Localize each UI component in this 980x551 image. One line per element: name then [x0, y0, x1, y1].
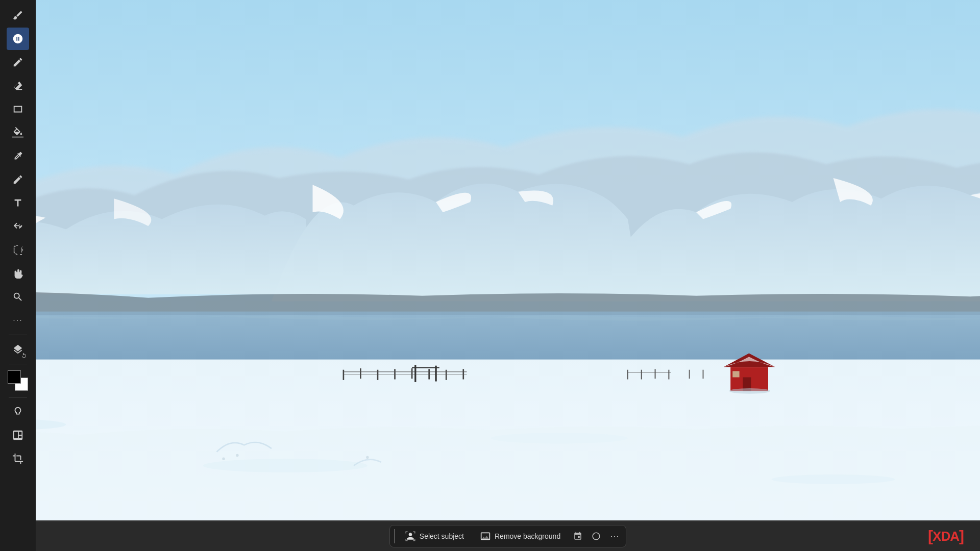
toolbar-separator-2	[9, 364, 27, 364]
rectangle-tool[interactable]	[7, 98, 29, 120]
color-swatches[interactable]	[7, 369, 29, 392]
circle-tool-btn[interactable]	[587, 527, 605, 545]
brush-icon	[12, 10, 23, 21]
text-icon	[12, 197, 23, 209]
app-layout: ···	[0, 0, 980, 551]
svg-point-31	[729, 388, 771, 394]
move-icon	[12, 221, 23, 232]
rectangle-icon	[12, 104, 23, 115]
clone-stamp-icon	[12, 33, 23, 44]
smudge-tool[interactable]	[7, 51, 29, 73]
circle-svg	[592, 532, 601, 541]
context-toolbar: Select subject Remove background	[389, 525, 626, 547]
select-subject-btn[interactable]: Select subject	[397, 528, 472, 544]
landscape-image	[36, 0, 980, 520]
remove-bg-svg	[480, 531, 491, 541]
svg-point-34	[366, 456, 369, 459]
hand-tool[interactable]	[7, 262, 29, 285]
zoom-tool[interactable]	[7, 286, 29, 308]
svg-point-33	[236, 454, 238, 457]
toolbar-separator-3	[9, 397, 27, 397]
xda-logo: [ XDA ]	[928, 528, 964, 545]
pen-icon	[12, 174, 23, 185]
xda-bracket-left: [	[928, 528, 933, 545]
lasso-tool[interactable]	[7, 400, 29, 423]
selection-icon	[12, 244, 23, 256]
text-tool[interactable]	[7, 192, 29, 214]
eyedropper-icon	[12, 151, 23, 162]
remove-background-label: Remove background	[495, 532, 560, 540]
foreground-color-swatch[interactable]	[8, 370, 21, 384]
move-tool[interactable]	[7, 215, 29, 238]
image-canvas[interactable]	[36, 0, 980, 520]
brush-tool[interactable]	[7, 4, 29, 27]
hand-icon	[12, 268, 23, 279]
pin-svg	[573, 532, 582, 541]
eyedropper-tool[interactable]	[7, 145, 29, 167]
pin-tool-btn[interactable]	[569, 527, 587, 545]
grid-icon	[12, 430, 23, 441]
select-subject-icon	[405, 531, 415, 541]
layers-btn[interactable]	[7, 338, 29, 361]
svg-rect-30	[732, 371, 739, 377]
smudge-icon	[12, 57, 23, 68]
select-subject-label: Select subject	[420, 532, 464, 540]
remove-bg-icon	[480, 531, 491, 541]
crop-icon	[12, 453, 23, 464]
more-tools-btn[interactable]: ···	[7, 309, 29, 332]
more-options-dots: ⋯	[610, 531, 620, 542]
remove-background-btn[interactable]: Remove background	[472, 528, 569, 544]
more-tools-dots: ···	[13, 316, 22, 325]
clone-stamp-tool[interactable]	[7, 28, 29, 50]
pen-tool[interactable]	[7, 168, 29, 191]
rotate-small-icon	[21, 353, 27, 359]
toolbar-left-divider	[394, 529, 395, 543]
svg-point-32	[222, 458, 225, 460]
selection-tool[interactable]	[7, 239, 29, 261]
eraser-tool[interactable]	[7, 74, 29, 97]
crop-tool[interactable]	[7, 447, 29, 470]
left-toolbar: ···	[0, 0, 36, 551]
canvas-area: Select subject Remove background	[36, 0, 980, 551]
fill-tool[interactable]	[7, 121, 29, 144]
xda-bracket-right: ]	[959, 528, 964, 545]
toolbar-separator-1	[9, 335, 27, 335]
more-options-btn[interactable]: ⋯	[605, 527, 624, 545]
person-select-svg	[405, 531, 415, 541]
grid-tool[interactable]	[7, 424, 29, 446]
lasso-icon	[12, 406, 23, 417]
fill-icon	[12, 127, 23, 138]
bottom-bar: Select subject Remove background	[36, 521, 980, 551]
xda-text: XDA	[933, 529, 959, 544]
eraser-icon	[12, 80, 23, 91]
zoom-icon	[12, 291, 23, 303]
